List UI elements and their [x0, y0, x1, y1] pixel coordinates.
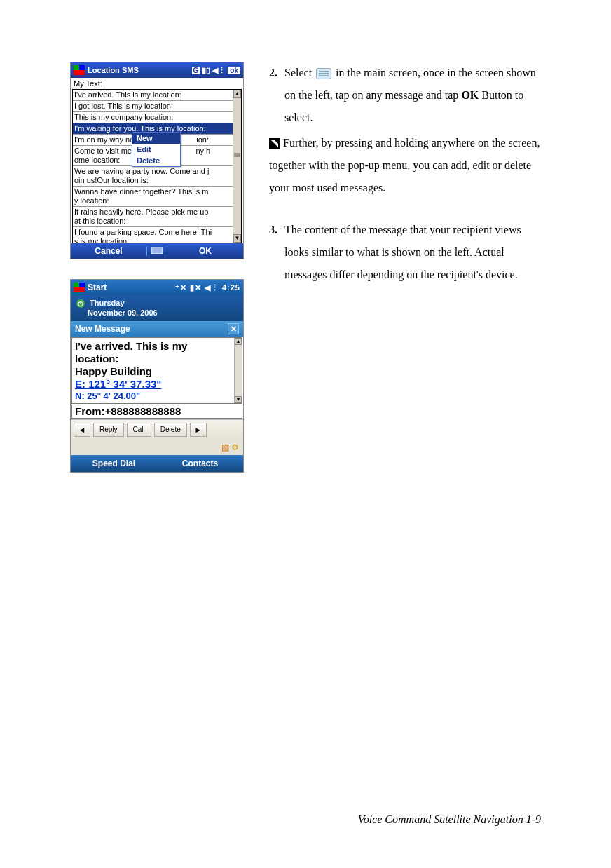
note-block: Further, by pressing and holding anywher… [269, 132, 541, 199]
prev-button[interactable]: ◄ [74, 423, 90, 437]
date-label: November 09, 2006 [88, 308, 158, 317]
coord-e[interactable]: E: 121° 34' 37.33" [75, 378, 239, 391]
windows-flag-icon [74, 283, 85, 292]
scrollbar[interactable]: ▲ ▼ [234, 338, 242, 404]
keyboard-button[interactable] [146, 246, 167, 256]
gprs-icon: G [192, 67, 200, 74]
clock-icon: ◷ [76, 299, 85, 308]
scroll-up-icon[interactable]: ▲ [233, 90, 241, 98]
step-text: Select in the main screen, once in the s… [284, 62, 541, 129]
signal-icon: ▮▯ [202, 66, 210, 75]
new-message-header: New Message ✕ [71, 321, 243, 337]
date-area: ◷ Thursday November 09, 2006 [71, 295, 243, 321]
coord-n: N: 25° 4' 24.00" [75, 391, 239, 402]
ok-button[interactable]: ok [228, 67, 240, 74]
delete-button[interactable]: Delete [154, 423, 187, 437]
speaker-icon: ◀⋮ [212, 66, 226, 75]
list-item[interactable]: We are having a party now. Come and join… [73, 166, 233, 187]
scroll-up-icon[interactable]: ▲ [235, 338, 242, 345]
windows-flag-icon [74, 65, 85, 75]
page-content: Location SMS G ▮▯ ◀⋮ ok My Text: I've ar… [0, 0, 611, 515]
message-list[interactable]: I've arrived. This is my location: I got… [72, 89, 242, 243]
speed-dial-button[interactable]: Speed Dial [71, 459, 157, 468]
tray: ▧ ⚙ [71, 440, 243, 455]
step-2: 2. Select in the main screen, once in th… [269, 62, 541, 129]
screenshot-received-sms: Start ⁺✕ ▮✕ ◀⋮ 4:25 ◷ Thursday November … [70, 279, 244, 473]
next-button[interactable]: ► [190, 423, 207, 437]
mytext-label: My Text: [71, 78, 243, 89]
sms-icon [316, 68, 331, 79]
list-item[interactable]: Wanna have dinner together? This is my l… [73, 187, 233, 207]
step-number: 3. [269, 219, 284, 286]
scroll-down-icon[interactable]: ▼ [233, 234, 241, 243]
body-line: Happy Building [75, 365, 239, 378]
scroll-down-icon[interactable]: ▼ [235, 396, 242, 403]
window-title: Location SMS [88, 66, 192, 74]
softkey-bar: Cancel OK [71, 243, 243, 259]
list-item[interactable]: It rains heavily here. Please pick me up… [73, 207, 233, 227]
titlebar: Start ⁺✕ ▮✕ ◀⋮ 4:25 [71, 280, 243, 295]
from-label: From: [75, 405, 105, 417]
context-menu: New Edit Delete [132, 132, 181, 167]
start-title[interactable]: Start [88, 283, 175, 292]
body-line: location: [75, 353, 239, 365]
menu-edit[interactable]: Edit [132, 144, 180, 155]
titlebar: Location SMS G ▮▯ ◀⋮ ok [71, 62, 243, 78]
call-button[interactable]: Call [127, 423, 151, 437]
note-icon [269, 138, 280, 149]
action-bar: ◄ Reply Call Delete ► [71, 419, 243, 440]
clock: 4:25 [222, 283, 240, 292]
reply-button[interactable]: Reply [93, 423, 124, 437]
list-item[interactable]: I've arrived. This is my location: [73, 90, 233, 101]
step-number: 2. [269, 62, 284, 129]
status-icons: ⁺✕ ▮✕ ◀⋮ 4:25 [175, 283, 240, 292]
menu-delete[interactable]: Delete [132, 155, 180, 166]
step-3: 3. The content of the message that your … [269, 219, 541, 286]
body-line: I've arrived. This is my [75, 340, 239, 353]
softkey-bar: Speed Dial Contacts [71, 455, 243, 472]
scrollbar[interactable]: ▲ ▼ [233, 90, 241, 243]
menu-new[interactable]: New [132, 133, 180, 144]
new-message-label: New Message [75, 324, 130, 334]
text: Select [284, 67, 315, 79]
page-footer: Voice Command Satellite Navigation 1-9 [0, 813, 541, 826]
from-bar: From:+888888888888 [71, 405, 242, 419]
ok-softkey[interactable]: OK [167, 246, 243, 256]
message-body: I've arrived. This is my location: Happy… [71, 337, 242, 405]
list-item[interactable]: I got lost. This is my location: [73, 101, 233, 112]
cancel-button[interactable]: Cancel [71, 246, 146, 256]
list-item[interactable]: This is my company location: [73, 112, 233, 123]
day-label: Thursday [90, 299, 125, 307]
note-text: Further, by pressing and holding anywher… [269, 137, 540, 194]
screenshot-location-sms: Location SMS G ▮▯ ◀⋮ ok My Text: I've ar… [70, 62, 244, 259]
keyboard-icon [151, 247, 163, 254]
tray-icon: ⚙ [231, 442, 239, 452]
screenshots-column: Location SMS G ▮▯ ◀⋮ ok My Text: I've ar… [70, 62, 244, 473]
instruction-column: 2. Select in the main screen, once in th… [269, 62, 541, 473]
ok-bold: OK [461, 89, 479, 101]
step-text: The content of the message that your rec… [284, 219, 541, 286]
from-number: +888888888888 [105, 405, 181, 417]
list-item[interactable]: I found a parking space. Come here! This… [73, 227, 233, 243]
contacts-button[interactable]: Contacts [157, 459, 243, 468]
tray-icon: ▧ [221, 442, 229, 452]
close-icon[interactable]: ✕ [228, 323, 239, 334]
status-icons: G ▮▯ ◀⋮ ok [192, 66, 240, 75]
scroll-thumb[interactable] [234, 153, 240, 157]
